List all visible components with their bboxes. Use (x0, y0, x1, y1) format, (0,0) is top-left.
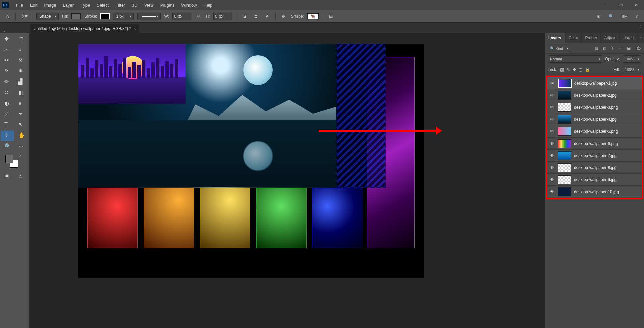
search-icon[interactable]: 🔍 (607, 12, 615, 20)
tab-layers[interactable]: Layers (545, 33, 565, 43)
canvas-layer-yellow[interactable] (200, 188, 250, 248)
layer-row[interactable]: 👁desktop-wallpaper-8.jpg (547, 162, 642, 174)
menu-edit[interactable]: Edit (26, 0, 41, 10)
layer-visibility-icon[interactable]: 👁 (549, 117, 555, 122)
path-align-icon[interactable]: ≣ (252, 12, 260, 20)
stroke-swatch[interactable] (100, 13, 110, 19)
collapse-right-icon[interactable]: » (639, 24, 641, 28)
canvas-layer-red[interactable] (87, 188, 138, 248)
menu-plugins[interactable]: Plugins (157, 0, 178, 10)
gradient-tool[interactable]: ◐ (1, 99, 14, 109)
filter-pixel-icon[interactable]: ▦ (594, 46, 599, 51)
tab-adjustments[interactable]: Adjust (601, 33, 619, 43)
lasso-tool[interactable]: ⌓ (1, 45, 14, 55)
document-tab[interactable]: Untitled-1 @ 50% (desktop-wallpaper-1.jp… (30, 24, 139, 33)
home-icon[interactable]: ⌂ (3, 12, 11, 20)
menu-file[interactable]: File (13, 0, 26, 10)
height-input[interactable] (213, 13, 232, 20)
collapse-left-icon[interactable]: « (3, 29, 5, 33)
lock-pixels-icon[interactable]: ✎ (567, 67, 570, 72)
menu-image[interactable]: Image (41, 0, 59, 10)
menu-window[interactable]: Window (178, 0, 200, 10)
layer-row[interactable]: 👁desktop-wallpaper-9.jpg (547, 174, 642, 186)
panel-menu-icon[interactable]: ≡ (637, 36, 644, 40)
window-close-icon[interactable]: ✕ (629, 0, 644, 10)
layer-thumbnail[interactable] (558, 115, 571, 124)
layer-row[interactable]: 👁desktop-wallpaper-3.png (547, 101, 642, 113)
filter-shape-icon[interactable]: ▱ (618, 46, 623, 51)
layer-thumbnail[interactable] (558, 139, 571, 148)
workspace-icon[interactable]: ▥▾ (620, 12, 628, 20)
stroke-width-select[interactable]: 1 px (113, 13, 134, 20)
layer-filter-type[interactable]: 🔍 Kind (548, 45, 570, 52)
filter-smart-icon[interactable]: ▣ (626, 46, 631, 51)
opacity-value[interactable]: 100% (623, 55, 641, 63)
zoom-tool[interactable]: 🔍 (1, 142, 14, 152)
layer-visibility-icon[interactable]: 👁 (549, 129, 555, 134)
edit-toolbar-icon[interactable]: ⋯ (15, 142, 28, 152)
type-tool[interactable]: T (1, 120, 14, 130)
layer-thumbnail[interactable] (558, 187, 571, 196)
screen-mode-icon[interactable]: ⊡ (15, 171, 28, 181)
path-select-tool[interactable]: ↖ (15, 120, 28, 130)
menu-type[interactable]: Type (77, 0, 93, 10)
layer-visibility-icon[interactable]: 👁 (549, 153, 555, 158)
move-tool[interactable]: ✥ (1, 34, 14, 44)
history-brush-tool[interactable]: ↺ (1, 88, 14, 98)
hand-tool[interactable]: ✋ (15, 131, 28, 141)
layer-thumbnail[interactable] (558, 79, 572, 88)
lock-position-icon[interactable]: ✥ (573, 67, 576, 72)
canvas-layer-orange[interactable] (144, 188, 194, 248)
blur-tool[interactable]: ● (15, 99, 28, 109)
layer-visibility-icon[interactable]: 👁 (549, 105, 555, 110)
cloud-docs-icon[interactable]: ◉ (594, 12, 602, 20)
align-edges-icon[interactable]: ▤ (327, 12, 335, 20)
layer-row[interactable]: 👁desktop-wallpaper-5.png (547, 125, 642, 138)
menu-3d[interactable]: 3D (128, 0, 141, 10)
menu-select[interactable]: Select (93, 0, 112, 10)
layer-visibility-icon[interactable]: 👁 (549, 165, 555, 170)
layer-thumbnail[interactable] (558, 127, 571, 136)
gear-icon[interactable]: ⚙ (280, 12, 288, 20)
layer-thumbnail[interactable] (558, 163, 571, 172)
lock-trans-icon[interactable]: ▩ (560, 67, 564, 72)
fg-color-swatch[interactable] (5, 155, 13, 163)
layer-visibility-icon[interactable]: 👁 (549, 93, 555, 98)
window-maximize-icon[interactable]: ▭ (613, 0, 629, 10)
custom-shape-thumb[interactable]: 🐂 (310, 14, 315, 19)
custom-shape-tool[interactable]: ✧ (1, 131, 14, 141)
menu-view[interactable]: View (141, 0, 157, 10)
window-minimize-icon[interactable]: — (598, 0, 613, 10)
layer-visibility-icon[interactable]: 👁 (549, 81, 555, 86)
layer-thumbnail[interactable] (558, 103, 571, 112)
blend-mode-select[interactable]: Normal (548, 55, 602, 63)
clone-tool[interactable]: ▟ (15, 77, 28, 87)
healing-tool[interactable]: ✷ (15, 66, 28, 76)
fill-value[interactable]: 100% (623, 66, 641, 73)
tool-preset-icon[interactable]: ✧▾ (20, 12, 28, 20)
pen-tool[interactable]: ✒ (15, 109, 28, 119)
tab-color[interactable]: Color (565, 33, 582, 43)
layer-row[interactable]: 👁desktop-wallpaper-10.jpg (547, 186, 642, 198)
close-tab-icon[interactable]: × (133, 26, 136, 31)
fill-swatch[interactable] (71, 13, 81, 19)
dodge-tool[interactable]: ☄ (1, 109, 14, 119)
layer-thumbnail[interactable] (558, 91, 571, 100)
share-icon[interactable]: ⇪ (633, 12, 641, 20)
color-swatches[interactable]: ⤭ (1, 154, 29, 170)
shape-mode-select[interactable]: Shape (36, 13, 59, 20)
canvas-layer-blue-rays[interactable] (337, 44, 386, 188)
menu-layer[interactable]: Layer (60, 0, 77, 10)
eraser-tool[interactable]: ◧ (15, 88, 28, 98)
canvas-layer-blue-swirl[interactable] (312, 188, 363, 248)
layer-thumbnail[interactable] (558, 151, 571, 160)
link-icon[interactable]: ⚯ (195, 12, 203, 20)
canvas-area[interactable] (30, 33, 545, 328)
filter-toggle-icon[interactable]: ⏻ (636, 46, 641, 51)
canvas-layer-green[interactable] (256, 188, 307, 248)
lock-nested-icon[interactable]: ▢ (579, 67, 582, 72)
eyedropper-tool[interactable]: ✎ (1, 66, 14, 76)
canvas-layer-synthwave[interactable] (78, 44, 186, 104)
layer-visibility-icon[interactable]: 👁 (549, 141, 555, 146)
layer-row[interactable]: 👁desktop-wallpaper-7.jpg (547, 150, 642, 162)
